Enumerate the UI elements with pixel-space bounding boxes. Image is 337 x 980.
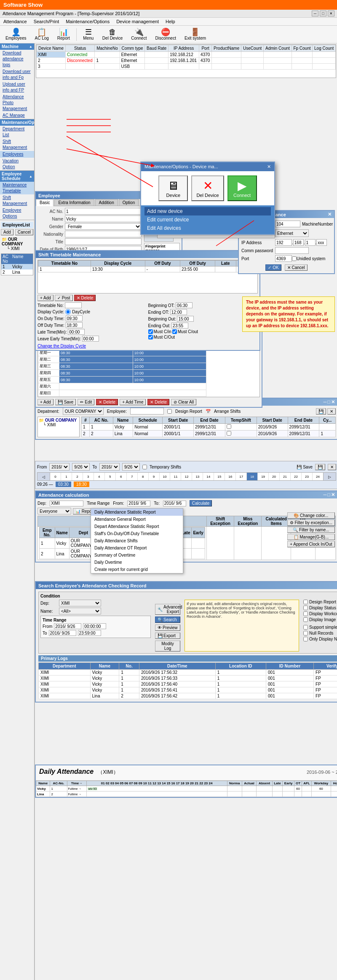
ip2-input[interactable]	[293, 239, 304, 246]
manage-ot-btn[interactable]: 📋 Manage(G-B)...	[287, 534, 335, 540]
menu-attendance[interactable]: Attendance	[2, 19, 29, 24]
connect-popup-button[interactable]: ▶ Connect	[227, 175, 257, 201]
left-schedule-header[interactable]: Employee Schedule▲	[0, 171, 34, 182]
device-popup-close[interactable]: ✕	[267, 164, 271, 170]
timetable-no-input[interactable]	[65, 302, 82, 308]
daily-ot-item[interactable]: Daily Attendance OT Report	[91, 544, 183, 552]
left-shift-management2[interactable]: Shift Management	[0, 194, 34, 207]
shift-delete-btn[interactable]: ✕ Delete	[96, 399, 118, 405]
sched-close-btn[interactable]: ✕	[327, 408, 336, 415]
depart-statistic-item[interactable]: Depart Attendance Statistic Report	[91, 523, 183, 530]
ac-no-input[interactable]	[65, 208, 142, 215]
tab-option[interactable]: Option	[119, 199, 139, 206]
toolbar-aclog-button[interactable]: 📋 AC Log	[32, 27, 51, 42]
onoff-timetable-item[interactable]: Staff's On-Duty/Off-Duty Timetable	[91, 530, 183, 537]
tempshift-1-check[interactable]	[227, 424, 231, 429]
toolbar-exit-button[interactable]: 🚪 Exit system	[182, 27, 209, 42]
att-min[interactable]: ─	[324, 492, 327, 498]
create-report-item[interactable]: Create report for current grid	[91, 566, 183, 573]
search-row-2[interactable]: XIMIVicky12016/9/26 17:56:331001FP	[39, 676, 337, 681]
left-ac-manage[interactable]: AC Manage	[0, 112, 34, 119]
schedule-emp-input[interactable]	[130, 408, 164, 415]
ip-input[interactable]	[275, 239, 292, 246]
shift-clearall-btn[interactable]: ⊘ Clear All	[171, 399, 196, 405]
toolbar-report-button[interactable]: 📊 Report	[54, 27, 73, 42]
menu-maintenance[interactable]: Maintenance/Options	[64, 19, 111, 24]
endot-input[interactable]	[170, 309, 187, 315]
general-report-item[interactable]: Attendance General Report	[91, 516, 183, 523]
onduty-input[interactable]	[66, 315, 83, 321]
dev-name-input[interactable]	[275, 221, 300, 227]
toolbar-menu-button[interactable]: ☰ Menu	[80, 27, 97, 42]
search-row-3[interactable]: XIMIVicky12016/9/26 17:56:401001FP	[39, 681, 337, 687]
company-ximi-node[interactable]: └ XIMI	[2, 246, 32, 251]
tab-extra[interactable]: Extra Information	[54, 199, 94, 206]
left-maintenance-header[interactable]: Maintenance/Options▲	[0, 119, 34, 126]
mustcout-check[interactable]	[172, 329, 177, 334]
search-to-date[interactable]	[49, 630, 76, 636]
minimize-button[interactable]: ─	[312, 11, 318, 16]
search-row-5[interactable]: XIMILina22016/9/26 17:56:421001FP	[39, 693, 337, 699]
design-report-check[interactable]	[167, 409, 172, 414]
del-device-button[interactable]: ✕ Del Device	[191, 175, 224, 201]
comm-code-select[interactable]: Ethernet	[275, 229, 309, 237]
company-node[interactable]: 📁 OUR COMPANY	[2, 237, 32, 246]
left-vacation[interactable]: Vacation Option	[0, 158, 34, 170]
left-employee-options[interactable]: Employee Options	[0, 207, 34, 220]
att-to-input[interactable]	[163, 501, 186, 506]
ip3-input[interactable]	[305, 239, 316, 246]
display-image-check[interactable]	[303, 617, 308, 622]
toolbar-connect-button[interactable]: 🔌 Connect	[128, 27, 150, 42]
sched-save-btn[interactable]: 💾	[316, 408, 326, 415]
design-report-check2[interactable]	[303, 600, 308, 604]
device-button[interactable]: 🖥 Device	[158, 175, 188, 201]
search-btn[interactable]: 🔍 Search	[155, 617, 180, 623]
att-from-input[interactable]	[127, 501, 150, 506]
left-employees[interactable]: Employees	[0, 151, 34, 158]
att-calculate-btn[interactable]: Calculate	[190, 500, 212, 506]
add-employee-button[interactable]: Add	[1, 229, 13, 235]
export-btn[interactable]: 💾 Export	[155, 633, 180, 639]
daycycle-radio[interactable]	[65, 309, 71, 315]
change-display-cycle-link[interactable]: Change the Display Cycle	[37, 344, 86, 348]
begout-input[interactable]	[177, 316, 194, 322]
late-input[interactable]	[68, 329, 85, 335]
filter-name-btn[interactable]: 🔍 Filter by name...	[287, 527, 335, 533]
search-to-time[interactable]	[78, 630, 101, 636]
endout-input[interactable]	[171, 323, 188, 328]
dev-ok-button[interactable]: ✓ OK	[265, 264, 281, 271]
temp-shifts-check[interactable]	[142, 465, 147, 469]
from-month-select[interactable]: 9/26	[72, 463, 90, 471]
dev-cancel-button[interactable]: ✕ Cancel	[285, 264, 308, 271]
earlyout-input[interactable]	[82, 336, 99, 342]
device-row-2[interactable]: 2	[37, 58, 66, 64]
menu-help[interactable]: Help	[164, 19, 177, 24]
only-null-check[interactable]	[303, 637, 308, 641]
toolbar-deldevice-button[interactable]: 🗑 Del Device	[99, 27, 126, 42]
begot-input[interactable]	[176, 302, 193, 308]
tt-post-btn[interactable]: ✓ Post	[55, 295, 73, 301]
menu-search[interactable]: Search/Print	[32, 19, 61, 24]
ip4-input[interactable]	[316, 239, 327, 246]
comm-pass-input[interactable]	[275, 247, 309, 254]
daily-statistic-item[interactable]: Daily Attendance Statistic Report	[91, 509, 183, 516]
shift-save-btn[interactable]: 💾 Save	[55, 399, 76, 405]
search-from-time[interactable]	[83, 623, 106, 629]
left-shift-mgmt[interactable]: Shift Management	[0, 138, 34, 151]
close-button[interactable]: ✕	[328, 11, 334, 16]
search-row-1[interactable]: XIMIVicky12016/9/26 17:56:321001FP	[39, 670, 337, 676]
mustcin-check[interactable]	[148, 329, 153, 334]
shift-edit-btn[interactable]: ✏ Edit	[78, 399, 94, 405]
sched-min[interactable]: ─	[324, 399, 327, 405]
toolbar-employees-button[interactable]: 👤 Employees	[3, 27, 29, 42]
preview-btn[interactable]: 👁 Preview	[155, 625, 180, 631]
left-photo-mgmt[interactable]: Attendance Photo Management	[0, 94, 34, 112]
timerange-close-btn[interactable]: ✕	[328, 464, 336, 470]
schedule-dept-select[interactable]: OUR COMPANY	[63, 407, 104, 415]
advanced-export-btn[interactable]: 🔧 Advanced Export	[155, 604, 180, 615]
left-maintenance-timetable[interactable]: Maintenance Timetable	[0, 182, 34, 194]
unidled-checkbox[interactable]	[292, 256, 297, 261]
sched-max[interactable]: □	[327, 399, 330, 405]
edit-all-devices-item[interactable]: Edit All devices	[144, 224, 271, 232]
cancel-button[interactable]: Cancel	[15, 229, 33, 235]
